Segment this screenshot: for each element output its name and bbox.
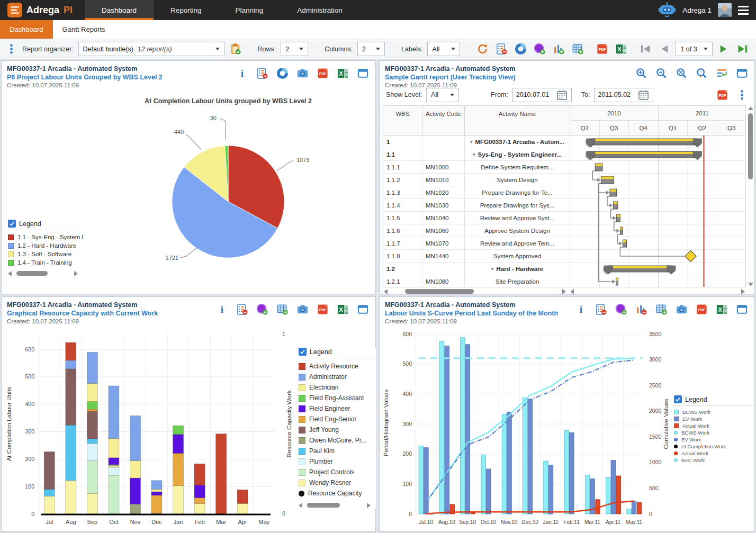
bar-segment[interactable] xyxy=(109,465,119,466)
legend-scrollbar[interactable] xyxy=(8,270,78,277)
combo-bar-bcws-work[interactable] xyxy=(627,509,632,514)
nav-last-icon[interactable] xyxy=(736,43,749,55)
zoom-fit-icon[interactable] xyxy=(676,67,688,79)
info-icon[interactable]: i xyxy=(216,303,228,315)
legend-checkbox[interactable] xyxy=(299,348,307,356)
bar-segment[interactable] xyxy=(151,489,162,492)
combo-bar-bcws-work[interactable] xyxy=(461,338,465,514)
hamburger-menu-icon[interactable] xyxy=(738,6,749,15)
nav-next-icon[interactable] xyxy=(717,43,730,55)
info-icon[interactable]: i xyxy=(575,303,587,315)
collapse-triangle-icon[interactable]: ▾ xyxy=(491,266,494,272)
window-icon[interactable] xyxy=(357,303,369,315)
legend-item[interactable]: 1.2 - Hard - Hardware xyxy=(8,241,83,250)
report-list-icon[interactable] xyxy=(256,67,268,79)
nav-prev-icon[interactable] xyxy=(659,43,671,55)
combo-bar-bcws-work[interactable] xyxy=(564,430,569,514)
bar-segment[interactable] xyxy=(109,467,119,475)
bar-segment[interactable] xyxy=(87,409,97,411)
legend-item[interactable]: Actual Work xyxy=(674,422,754,429)
bar-segment[interactable] xyxy=(109,466,119,467)
bar-segment[interactable] xyxy=(87,494,97,514)
zoom-in-icon[interactable] xyxy=(635,67,647,79)
report-list-icon[interactable] xyxy=(496,43,508,55)
combo-bar-bcws-work[interactable] xyxy=(606,477,611,514)
bar-segment[interactable] xyxy=(87,439,97,444)
calendar-icon[interactable] xyxy=(637,89,650,101)
bar-segment[interactable] xyxy=(194,503,205,514)
bar-segment[interactable] xyxy=(87,460,97,493)
bar-segment[interactable] xyxy=(173,486,184,514)
bar-segment[interactable] xyxy=(151,481,162,490)
gantt-chart-hscrollbar[interactable] xyxy=(570,288,745,295)
bar-segment[interactable] xyxy=(151,492,162,495)
collapse-triangle-icon[interactable]: ▾ xyxy=(470,139,473,144)
from-date-input[interactable]: 2010.07.01 xyxy=(512,88,572,102)
bar-segment[interactable] xyxy=(44,451,55,489)
combo-bar-actual-work[interactable] xyxy=(471,512,475,514)
bar-remove-icon[interactable] xyxy=(635,303,647,315)
bar-segment[interactable] xyxy=(130,415,140,460)
sub-tab-gantt-reports[interactable]: Gantt Reports xyxy=(53,20,115,39)
table-add-icon[interactable] xyxy=(655,303,668,315)
bar-segment[interactable] xyxy=(87,383,97,401)
combo-bar-bcws-work[interactable] xyxy=(523,398,528,514)
legend-item[interactable]: Jeff Young xyxy=(299,424,376,435)
bar-segment[interactable] xyxy=(194,485,205,498)
table-add-icon[interactable] xyxy=(276,303,289,315)
pdf-icon[interactable]: PDF xyxy=(317,67,329,79)
combo-bar-ev-work[interactable] xyxy=(445,346,449,514)
gantt-table-hscrollbar[interactable] xyxy=(384,288,566,295)
combo-bar-ev-work[interactable] xyxy=(486,469,491,514)
legend-item[interactable]: Wendy Resner xyxy=(299,477,376,488)
user-avatar[interactable] xyxy=(718,3,732,17)
bar-segment[interactable] xyxy=(87,444,97,461)
pdf-icon[interactable]: PDF xyxy=(696,303,708,315)
bar-segment[interactable] xyxy=(109,386,119,438)
bundle-select[interactable]: Default bundle(s)12 report(s) xyxy=(78,42,224,56)
combo-bar-bcws-work[interactable] xyxy=(585,475,590,514)
bar-segment[interactable] xyxy=(237,503,248,514)
wrap-icon[interactable] xyxy=(716,67,728,79)
pie-add-icon[interactable] xyxy=(256,303,268,315)
bar-segment[interactable] xyxy=(173,426,184,435)
calendar-icon[interactable] xyxy=(556,89,568,101)
info-icon[interactable]: i xyxy=(236,67,248,79)
bar-segment[interactable] xyxy=(87,402,97,410)
bar-segment[interactable] xyxy=(66,360,76,369)
gantt-milestone-diamond[interactable] xyxy=(685,250,696,261)
legend-item[interactable]: EV Work xyxy=(674,415,754,422)
combo-bar-bcws-work[interactable] xyxy=(481,455,486,514)
legend-item[interactable]: Field Engineer xyxy=(299,403,376,414)
pdf-icon[interactable]: PDF xyxy=(716,89,728,101)
pdf-icon[interactable]: PDF xyxy=(317,303,329,315)
combo-bar-bcws-work[interactable] xyxy=(439,341,444,514)
bar-add-icon[interactable] xyxy=(553,43,565,55)
legend-item[interactable]: Field Eng-Senior xyxy=(299,414,376,424)
combo-bar-ev-work[interactable] xyxy=(548,465,553,514)
combo-bar-bcws-work[interactable] xyxy=(544,461,548,514)
kebab-icon[interactable] xyxy=(5,43,17,55)
bar-segment[interactable] xyxy=(44,489,55,496)
camera-icon[interactable] xyxy=(676,303,688,315)
combo-bar-actual-work[interactable] xyxy=(637,502,642,514)
legend-checkbox[interactable] xyxy=(8,220,16,228)
combo-bar-ev-work[interactable] xyxy=(570,432,574,514)
brand-logo[interactable]: Adrega PI xyxy=(0,0,85,20)
window-icon[interactable] xyxy=(357,67,369,79)
nav-tab-reporting[interactable]: Reporting xyxy=(154,0,219,20)
camera-icon[interactable] xyxy=(296,303,309,315)
bar-segment[interactable] xyxy=(130,460,140,478)
legend-item[interactable]: EV Work xyxy=(674,436,754,443)
zoom-column-icon[interactable] xyxy=(696,67,708,79)
bar-segment[interactable] xyxy=(66,342,76,360)
report-list-icon[interactable] xyxy=(595,303,607,315)
legend-item[interactable]: BAC Work xyxy=(674,457,754,464)
zoom-out-icon[interactable] xyxy=(655,67,668,79)
bar-segment[interactable] xyxy=(194,464,205,485)
combo-bar-bcws-work[interactable] xyxy=(419,446,424,514)
bar-segment[interactable] xyxy=(151,495,162,513)
to-date-input[interactable]: 2011.05.02 xyxy=(594,88,653,102)
donut-chart-icon[interactable] xyxy=(515,43,527,55)
bar-segment[interactable] xyxy=(130,478,140,504)
